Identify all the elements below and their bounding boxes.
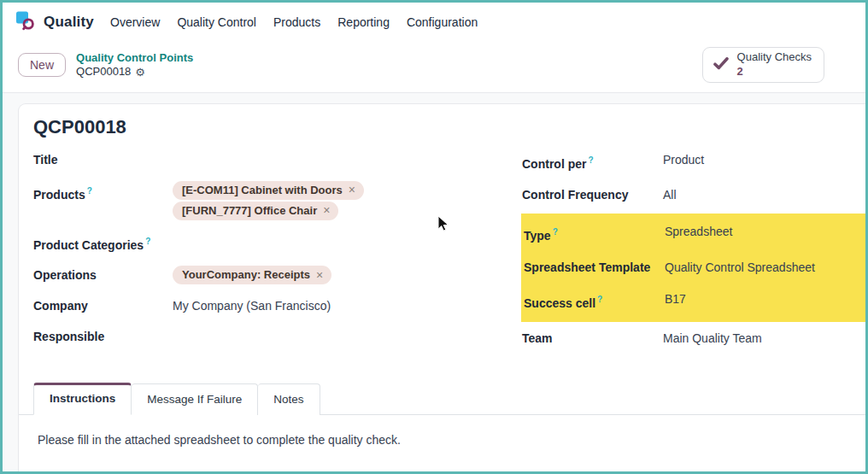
field-team-value[interactable]: Main Quality Team xyxy=(663,329,762,348)
operation-tag-label: YourCompany: Receipts xyxy=(182,268,310,281)
field-responsible: Responsible xyxy=(33,327,522,347)
new-button[interactable]: New xyxy=(18,53,66,77)
field-type: Type? Spreadsheet xyxy=(524,222,865,246)
remove-tag-icon[interactable]: × xyxy=(323,204,330,216)
field-operations-label: Operations xyxy=(33,266,173,285)
help-icon[interactable]: ? xyxy=(87,186,92,196)
app-switcher[interactable]: Quality xyxy=(15,10,94,35)
help-icon[interactable]: ? xyxy=(145,237,150,246)
quality-app-icon xyxy=(15,10,36,35)
product-tag[interactable]: [FURN_7777] Office Chair × xyxy=(173,202,338,220)
products-tag-list[interactable]: [E-COM11] Cabinet with Doors × [FURN_777… xyxy=(173,181,364,220)
tab-instructions[interactable]: Instructions xyxy=(33,383,132,415)
field-success-cell: Success cell? B17 xyxy=(524,290,865,313)
instructions-content[interactable]: Please fill in the attached spreadsheet … xyxy=(33,415,865,447)
breadcrumb-parent-link[interactable]: Quality Control Points xyxy=(76,51,193,65)
operations-tag-list[interactable]: YourCompany: Receipts × xyxy=(173,266,331,284)
field-title: Title xyxy=(33,150,522,170)
stat-label: Quality Checks xyxy=(737,50,812,65)
form-sheet: QCP00018 Title Products? [E-COM11] Cabin… xyxy=(18,103,865,471)
field-spreadsheet-template: Spreadsheet Template Quality Control Spr… xyxy=(524,258,865,278)
field-title-label: Title xyxy=(33,150,173,170)
nav-item-reporting[interactable]: Reporting xyxy=(329,9,398,35)
help-icon[interactable]: ? xyxy=(588,155,593,165)
field-control-frequency-label: Control Frequency xyxy=(522,185,663,205)
product-tag[interactable]: [E-COM11] Cabinet with Doors × xyxy=(173,181,364,200)
nav-item-configuration[interactable]: Configuration xyxy=(398,9,486,35)
field-control-per-label: Control per? xyxy=(522,150,663,174)
breadcrumb-current-label: QCP00018 xyxy=(76,65,131,79)
field-success-cell-label: Success cell? xyxy=(524,290,665,313)
field-team-label: Team xyxy=(522,329,663,348)
app-name: Quality xyxy=(44,14,94,31)
help-icon[interactable]: ? xyxy=(597,295,602,304)
nav-item-quality-control[interactable]: Quality Control xyxy=(168,9,265,35)
breadcrumb-current: QCP00018 ⚙ xyxy=(76,65,193,79)
field-products-label: Products? xyxy=(33,181,173,205)
product-tag-label: [FURN_7777] Office Chair xyxy=(182,204,317,217)
field-product-categories-label: Product Categories? xyxy=(33,231,173,255)
field-company-value[interactable]: My Company (San Francisco) xyxy=(173,296,331,316)
field-team: Team Main Quality Team xyxy=(522,329,865,348)
nav-item-overview[interactable]: Overview xyxy=(102,9,168,35)
field-type-value[interactable]: Spreadsheet xyxy=(665,222,732,242)
field-type-label: Type? xyxy=(524,222,665,246)
control-panel: New Quality Control Points QCP00018 ⚙ Qu… xyxy=(3,40,865,93)
nav-item-products[interactable]: Products xyxy=(265,9,329,35)
field-product-categories: Product Categories? xyxy=(33,231,522,255)
product-tag-label: [E-COM11] Cabinet with Doors xyxy=(182,184,343,196)
remove-tag-icon[interactable]: × xyxy=(349,184,355,196)
form-field-grid: Title Products? [E-COM11] Cabinet with D… xyxy=(33,150,865,360)
field-spreadsheet-template-label: Spreadsheet Template xyxy=(524,258,665,278)
top-navbar: Quality Overview Quality Control Product… xyxy=(3,3,865,40)
breadcrumb: Quality Control Points QCP00018 ⚙ xyxy=(76,51,193,79)
field-company: Company My Company (San Francisco) xyxy=(33,296,522,316)
field-success-cell-value[interactable]: B17 xyxy=(665,290,686,309)
form-right-column: Control per? Product Control Frequency A… xyxy=(522,150,865,360)
field-responsible-label: Responsible xyxy=(33,327,173,347)
stat-count: 2 xyxy=(737,65,743,79)
field-company-label: Company xyxy=(33,296,173,316)
record-title: QCP00018 xyxy=(33,116,865,138)
help-icon[interactable]: ? xyxy=(553,227,558,237)
field-control-per-value[interactable]: Product xyxy=(663,150,704,170)
tab-notes[interactable]: Notes xyxy=(258,383,320,415)
app-window: Quality Overview Quality Control Product… xyxy=(0,0,868,474)
gear-icon[interactable]: ⚙ xyxy=(135,67,145,78)
notebook-tabs: Instructions Message If Failure Notes xyxy=(19,383,865,415)
quality-checks-stat-button[interactable]: Quality Checks 2 xyxy=(702,47,824,83)
check-icon xyxy=(713,57,729,73)
operation-tag[interactable]: YourCompany: Receipts × xyxy=(173,266,331,284)
remove-tag-icon[interactable]: × xyxy=(316,269,323,281)
stat-text: Quality Checks 2 xyxy=(737,50,812,79)
form-left-column: Title Products? [E-COM11] Cabinet with D… xyxy=(33,150,522,359)
field-products: Products? [E-COM11] Cabinet with Doors ×… xyxy=(33,181,522,220)
field-control-per: Control per? Product xyxy=(522,150,865,174)
field-control-frequency: Control Frequency All xyxy=(522,185,865,205)
tab-message-if-failure[interactable]: Message If Failure xyxy=(132,383,258,415)
field-control-frequency-value[interactable]: All xyxy=(663,185,677,205)
field-operations: Operations YourCompany: Receipts × xyxy=(33,266,522,285)
highlighted-field-group: Type? Spreadsheet Spreadsheet Template Q… xyxy=(521,214,865,321)
form-view: QCP00018 Title Products? [E-COM11] Cabin… xyxy=(3,93,865,471)
field-spreadsheet-template-value[interactable]: Quality Control Spreadsheet xyxy=(665,258,815,278)
